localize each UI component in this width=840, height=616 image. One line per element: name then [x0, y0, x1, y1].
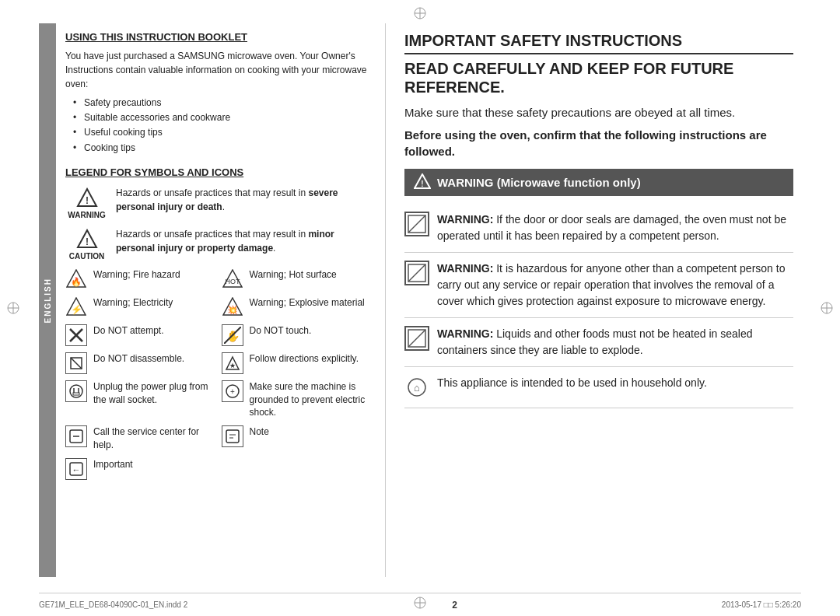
important-icon: ←: [65, 458, 87, 480]
reg-mark-left: [6, 301, 20, 315]
warning-label-text: WARNING: [68, 211, 105, 219]
explosive-icon: 💥: [222, 296, 243, 318]
icon-grounded: + Make sure the machine is grounded to p…: [222, 380, 370, 419]
reg-mark-right: [820, 301, 834, 315]
do-not-disassemble-icon: [65, 352, 87, 374]
icon-unplug: Unplug the power plug from the wall sock…: [65, 380, 214, 419]
safety-item-2-text: WARNING: It is hazardous for anyone othe…: [437, 261, 793, 310]
call-service-icon: [65, 425, 87, 447]
language-label: ENGLISH: [44, 278, 52, 323]
warning-description: Hazards or unsafe practices that may res…: [116, 186, 369, 214]
main-title: IMPORTANT SAFETY INSTRUCTIONS: [404, 31, 793, 54]
page-number: 2: [452, 600, 457, 611]
svg-text:+: +: [230, 387, 235, 396]
page-container: ENGLISH USING THIS INSTRUCTION BOOKLET Y…: [0, 0, 840, 616]
svg-text:💥: 💥: [227, 304, 238, 315]
no-touch-icon-1: [404, 212, 429, 236]
safety-item-1: WARNING: If the door or door seals are d…: [404, 204, 793, 253]
warning-legend-row: ! WARNING Hazards or unsafe practices th…: [65, 186, 369, 219]
reg-mark-top: [413, 6, 427, 20]
electricity-icon: ⚡: [65, 296, 87, 318]
warning-icon-label: ! WARNING: [65, 186, 108, 219]
caution-description: Hazards or unsafe practices that may res…: [116, 227, 369, 255]
grounded-icon: +: [222, 380, 243, 402]
caution-legend-row: ! CAUTION Hazards or unsafe practices th…: [65, 227, 369, 261]
warning-triangle-icon: !: [75, 186, 99, 209]
icon-grid: 🔥 Warning; Fire hazard HOT Warning;: [65, 268, 369, 480]
unplug-icon: [65, 380, 87, 402]
svg-text:←: ←: [72, 465, 81, 474]
safety-item-1-text: WARNING: If the door or door seals are d…: [437, 212, 793, 244]
svg-line-52: [408, 330, 425, 347]
left-column: USING THIS INSTRUCTION BOOKLET You have …: [59, 23, 386, 577]
safety-item-2: WARNING: It is hazardous for anyone othe…: [404, 253, 793, 318]
note-icon: [222, 425, 243, 447]
hot-surface-icon: HOT: [222, 268, 243, 290]
booklet-intro: You have just purchased a SAMSUNG microw…: [65, 49, 369, 91]
do-not-touch-icon: ✋: [222, 324, 243, 346]
footer-left-text: GE71M_ELE_DE68-04090C-01_EN.indd 2: [39, 600, 187, 609]
icon-do-not-disassemble: Do NOT disassemble.: [65, 352, 214, 374]
svg-point-32: [70, 385, 82, 397]
icon-follow-directions: ★ Follow directions explicitly.: [222, 352, 370, 374]
intro-paragraph: Make sure that these safety precautions …: [404, 104, 793, 122]
content-area: ENGLISH USING THIS INSTRUCTION BOOKLET Y…: [39, 23, 801, 577]
follow-directions-icon: ★: [222, 352, 243, 374]
booklet-section-title: USING THIS INSTRUCTION BOOKLET: [65, 31, 369, 43]
safety-item-4-text: This appliance is intended to be used in…: [437, 375, 793, 391]
legend-title: LEGEND FOR SYMBOLS AND ICONS: [65, 166, 369, 178]
svg-text:🔥: 🔥: [71, 276, 82, 287]
svg-line-50: [408, 264, 425, 282]
svg-rect-40: [226, 430, 239, 443]
icon-do-not-touch: ✋ Do NOT touch.: [222, 324, 370, 346]
icon-important: ← Important: [65, 458, 214, 480]
fire-hazard-icon: 🔥: [65, 268, 87, 290]
right-column: IMPORTANT SAFETY INSTRUCTIONS READ CAREF…: [386, 23, 801, 577]
svg-text:✋: ✋: [226, 330, 240, 343]
do-not-attempt-icon: [65, 324, 87, 346]
caution-triangle-icon: !: [75, 227, 99, 250]
icon-do-not-attempt: Do NOT attempt.: [65, 324, 214, 346]
bullet-item: Cooking tips: [73, 141, 369, 156]
icon-explosive: 💥 Warning; Explosive material: [222, 296, 370, 318]
icon-call-service: Call the service center for help.: [65, 425, 214, 452]
svg-rect-35: [73, 393, 79, 395]
bullet-item: Safety precautions: [73, 96, 369, 110]
household-icon: ⌂: [404, 375, 429, 400]
icon-electricity: ⚡ Warning; Electricity: [65, 296, 214, 318]
caution-icon-label: ! CAUTION: [65, 227, 108, 261]
icon-fire-hazard: 🔥 Warning; Fire hazard: [65, 268, 214, 290]
bullet-item: Useful cooking tips: [73, 125, 369, 140]
svg-text:!: !: [421, 180, 423, 188]
no-touch-icon-2: [404, 261, 429, 285]
bold-intro-paragraph: Before using the oven, confirm that the …: [404, 127, 793, 159]
warning-banner: ! WARNING (Microwave function only): [404, 169, 793, 196]
booklet-bullet-list: Safety precautions Suitable accessories …: [73, 96, 369, 156]
safety-item-3: WARNING: Liquids and other foods must no…: [404, 318, 793, 367]
icon-note: Note: [222, 425, 370, 452]
warning-banner-text: WARNING (Microwave function only): [437, 176, 641, 189]
bullet-item: Suitable accessories and cookware: [73, 110, 369, 125]
icon-hot-surface: HOT Warning; Hot surface: [222, 268, 370, 290]
no-touch-icon-3: [404, 326, 429, 351]
svg-text:★: ★: [229, 362, 236, 369]
safety-item-3-text: WARNING: Liquids and other foods must no…: [437, 326, 793, 359]
caution-label-text: CAUTION: [69, 252, 105, 261]
svg-text:HOT: HOT: [225, 278, 240, 285]
legend-section: LEGEND FOR SYMBOLS AND ICONS ! WARNING: [65, 166, 369, 480]
safety-item-4: ⌂ This appliance is intended to be used …: [404, 367, 793, 408]
sub-title: READ CAREFULLY AND KEEP FOR FUTURE REFER…: [404, 59, 793, 96]
footer: GE71M_ELE_DE68-04090C-01_EN.indd 2 2 201…: [39, 593, 801, 616]
svg-line-48: [408, 215, 425, 233]
language-sidebar: ENGLISH: [39, 23, 56, 577]
warning-banner-triangle-icon: !: [414, 173, 431, 191]
svg-text:!: !: [86, 236, 89, 247]
svg-text:!: !: [86, 195, 89, 206]
svg-text:⌂: ⌂: [414, 382, 420, 394]
svg-line-29: [71, 358, 82, 369]
svg-text:⚡: ⚡: [71, 303, 82, 315]
footer-right-text: 2013-05-17 □□ 5:26:20: [722, 600, 801, 609]
